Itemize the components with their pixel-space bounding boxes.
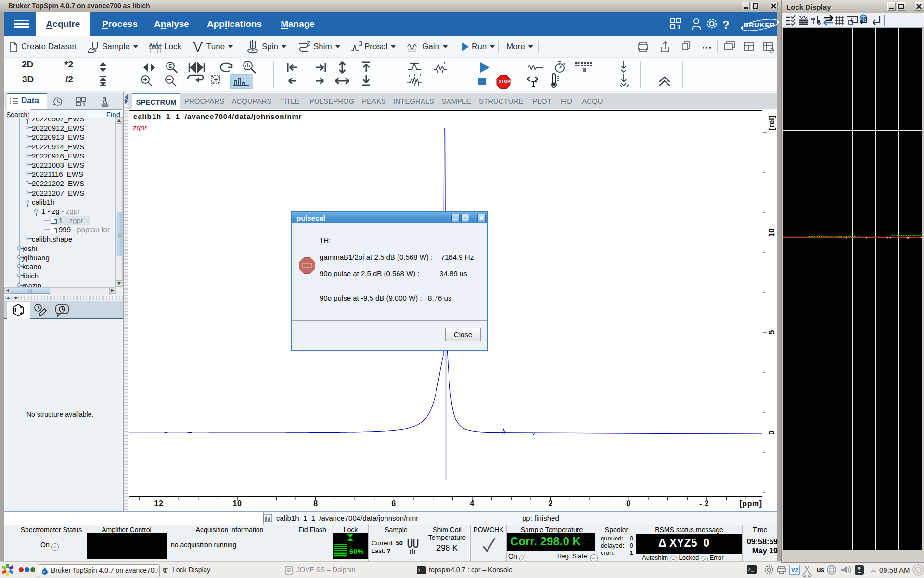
svg-text:us: us: [817, 566, 825, 574]
svg-text:V2: V2: [791, 567, 798, 574]
svg-text:E: E: [169, 64, 172, 69]
svg-text:1: 1: [82, 101, 86, 108]
svg-text:STOP: STOP: [499, 79, 510, 84]
svg-text:BRUKER: BRUKER: [744, 21, 775, 29]
svg-text:60%: 60%: [349, 547, 364, 555]
svg-text:1: 1: [677, 24, 680, 31]
svg-text:?: ?: [722, 18, 730, 31]
